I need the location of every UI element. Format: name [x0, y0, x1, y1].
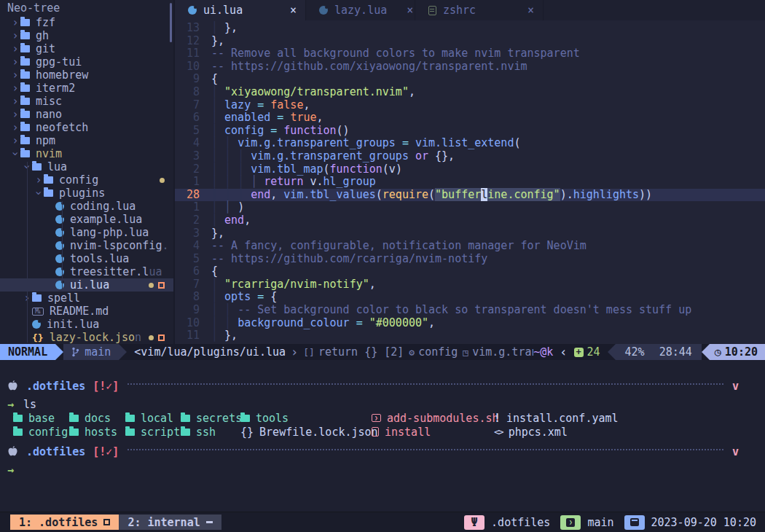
tree-item-neofetch[interactable]: ›neofetch	[0, 121, 173, 134]
tree-item-lang-php.lua[interactable]: lang-php.lua	[0, 226, 173, 239]
tree-item-lazy-lock.json[interactable]: {}lazy-lock.json	[0, 331, 173, 344]
tree-item-spell[interactable]: ›spell	[0, 292, 173, 305]
git-status-indicator: [!✓]	[93, 445, 119, 458]
tab-ui-lua[interactable]: ui.lua ×	[175, 0, 306, 20]
code-line-text[interactable]: │ "xiyaowong/transparent.nvim",	[211, 86, 415, 99]
lua-file-icon	[188, 6, 197, 15]
code-line-text[interactable]: │ opts = {	[211, 291, 277, 304]
code-line-text[interactable]: │ │ │ │ return v.hl_group	[211, 176, 376, 189]
code-line-text[interactable]: -- https://github.com/rcarriga/nvim-noti…	[211, 253, 487, 266]
tree-item-misc[interactable]: ›misc	[0, 95, 173, 108]
code-line-text[interactable]: │ end,	[211, 214, 251, 227]
tab-label: ui.lua	[203, 4, 243, 17]
code-line-text[interactable]: -- A fancy, configurable, notification m…	[211, 240, 586, 253]
line-number: 2	[175, 214, 200, 227]
code-line-text[interactable]: │ │ -- Set background color to black so …	[211, 304, 691, 317]
prompt-fill-dots	[128, 449, 723, 450]
breadcrumb-label: config	[418, 345, 458, 359]
tree-item-gh[interactable]: ›gh	[0, 29, 173, 42]
tree-item-gpg-tui[interactable]: ›gpg-tui	[0, 55, 173, 69]
folder-icon	[20, 98, 30, 105]
code-line-text[interactable]: │ },	[211, 22, 238, 35]
code-line-text[interactable]: {	[211, 73, 218, 86]
tree-item-label: nano	[36, 108, 62, 121]
prompt-directory: .dotfiles	[26, 445, 85, 458]
close-icon[interactable]: ×	[514, 4, 534, 17]
tmux-datetime: 2023-09-20 10:20	[651, 516, 757, 529]
tree-item-nvim[interactable]: ›nvim	[0, 147, 173, 160]
code-line-text[interactable]: -- https://github.com/xiyaowong/transpar…	[211, 60, 527, 74]
apple-icon	[7, 380, 18, 393]
tree-item-lua[interactable]: ›lua	[0, 160, 173, 173]
line-number: 8	[175, 86, 200, 99]
code-line-text[interactable]: │ │ vim.g.transparent_groups = vim.list_…	[211, 137, 520, 150]
tree-item-npm[interactable]: ›npm	[0, 134, 173, 147]
line-number: 2	[175, 163, 200, 176]
chevron-left-icon: ‹	[560, 345, 567, 359]
line-number: 5	[175, 253, 200, 266]
close-icon[interactable]: ×	[393, 4, 413, 17]
code-line-text[interactable]: │ │ │ vim.tbl_map(function(v)	[211, 163, 402, 176]
neotree-scrollbar[interactable]	[170, 3, 172, 42]
tree-item-coding.lua[interactable]: coding.lua	[0, 200, 173, 213]
ls-output: basedocslocalsecretstools❯add-submodules…	[7, 411, 739, 439]
tree-item-example.lua[interactable]: example.lua	[0, 213, 173, 226]
breadcrumb-item: []return {} [2]	[303, 345, 404, 359]
tree-item-init.lua[interactable]: init.lua	[0, 318, 173, 331]
code-line-text[interactable]: │ │ background_colour = "#000000",	[211, 317, 435, 330]
code-line: 7│ "rcarriga/nvim-notify",	[175, 278, 765, 292]
cursor-position: 28:44	[659, 344, 692, 360]
ls-entry-label: add-submodules.sh	[387, 412, 499, 425]
clock-icon: ◷	[715, 345, 721, 359]
git-markers	[149, 278, 165, 292]
folder-icon	[20, 124, 30, 131]
lua-file-icon	[319, 6, 328, 15]
chevron-right-icon: ›	[10, 109, 20, 120]
close-icon[interactable]: ×	[277, 4, 297, 17]
tab-lazy-lua[interactable]: lazy.lua ×	[306, 0, 415, 20]
code-line-text[interactable]: },	[211, 227, 224, 240]
code-line-text[interactable]: │ lazy = false,	[211, 99, 310, 112]
git-markers	[149, 331, 165, 344]
code-line-text[interactable]: │ "rcarriga/nvim-notify",	[211, 278, 376, 292]
tree-item-homebrew[interactable]: ›homebrew	[0, 69, 173, 82]
tree-item-nvim-lspconfig.[interactable]: nvim-lspconfig.	[0, 239, 173, 252]
tree-item-iterm2[interactable]: ›iterm2	[0, 82, 173, 95]
ls-entry-label: local	[141, 412, 173, 425]
code-line-text[interactable]: │ config = function()	[211, 125, 350, 138]
tab-zshrc[interactable]: zshrc ×	[415, 0, 544, 20]
vi-mode-indicator: v	[732, 380, 739, 393]
code-line-text[interactable]: {	[211, 265, 218, 278]
code-line-text[interactable]: │ },	[211, 329, 238, 343]
tree-item-git[interactable]: ›git	[0, 42, 173, 55]
chevron-right-icon: ›	[10, 70, 20, 80]
line-number: 7	[175, 99, 200, 112]
tree-item-nano[interactable]: ›nano	[0, 108, 173, 121]
code-line: 9│ │ -- Set background color to black so…	[175, 304, 765, 317]
tree-item-plugins[interactable]: ›plugins	[0, 187, 173, 200]
tree-item-config[interactable]: ›config	[0, 173, 173, 187]
code-line-text[interactable]: -- Remove all background colors to make …	[211, 47, 580, 60]
window-pane-icon	[103, 519, 110, 525]
command-text: ls	[23, 398, 36, 411]
tmux-window-1[interactable]: 1: .dotfiles	[10, 515, 119, 530]
tree-item-ui.lua[interactable]: ui.lua	[0, 278, 173, 292]
code-line-text[interactable]: │ │ │ end, vim.tbl_values(require("buffe…	[211, 189, 652, 202]
line-number: 9	[175, 304, 200, 317]
code-line-text[interactable]: │ │ │ vim.g.transparent_groups or {},	[211, 150, 455, 163]
tree-item-README.md[interactable]: M↓README.md	[0, 305, 173, 318]
tree-item-fzf[interactable]: ›fzf	[0, 16, 173, 29]
separator-triangle	[608, 344, 616, 360]
tree-item-label: init.lua	[47, 318, 99, 331]
cursor-line[interactable]: →	[7, 463, 739, 477]
tree-item-tools.lua[interactable]: tools.lua	[0, 252, 173, 265]
tab-label: zshrc	[443, 4, 476, 17]
code-line-text[interactable]: │ enabled = true,	[211, 112, 323, 125]
git-modified-square-icon	[158, 282, 165, 289]
tree-item-treesitter.lua[interactable]: treesitter.lua	[0, 265, 173, 278]
lua-file-icon	[55, 215, 64, 224]
tmux-window-2[interactable]: 2: internal	[119, 515, 221, 530]
code-line-text[interactable]: │ │ )	[211, 201, 244, 214]
code-line-text[interactable]: },	[211, 35, 224, 48]
line-number: 6	[175, 265, 200, 278]
